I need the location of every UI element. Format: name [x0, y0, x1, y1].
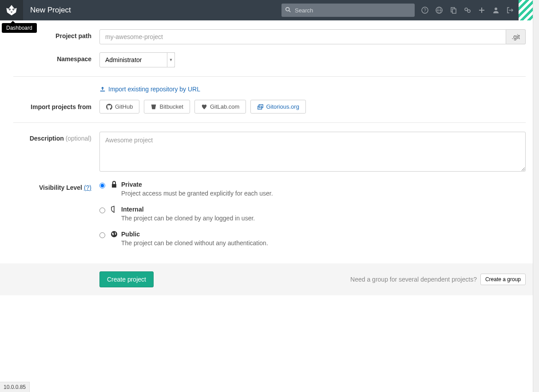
shield-icon — [111, 206, 118, 213]
visibility-help-link[interactable]: (?) — [84, 184, 91, 191]
divider — [13, 122, 526, 123]
svg-text:?: ? — [424, 8, 426, 13]
content-area: Project path .git Namespace Administrato… — [0, 20, 539, 304]
namespace-label: Namespace — [13, 52, 99, 63]
search-input[interactable] — [281, 4, 415, 17]
import-gitlab-button[interactable]: GitLab.com — [194, 100, 246, 114]
visibility-internal[interactable]: Internal The project can be cloned by an… — [99, 206, 526, 222]
svg-point-3 — [13, 9, 14, 10]
scrollbar[interactable] — [533, 0, 539, 304]
tanuki-icon — [5, 4, 18, 17]
app-logo[interactable] — [0, 0, 23, 20]
svg-point-2 — [9, 9, 10, 10]
signout-icon[interactable] — [503, 0, 517, 20]
svg-rect-12 — [452, 9, 456, 13]
svg-point-14 — [468, 10, 470, 12]
topbar: New Project ? — [0, 0, 539, 20]
upload-icon — [99, 86, 106, 92]
search-icon — [285, 7, 291, 13]
import-buttons: GitHub Bitbucket GitLab.com Gitorious.or… — [99, 100, 526, 114]
import-github-button[interactable]: GitHub — [99, 100, 139, 114]
svg-point-23 — [111, 231, 117, 237]
user-icon[interactable] — [489, 0, 503, 20]
project-path-group: .git — [99, 29, 526, 44]
group-help-text: Need a group for several dependent proje… — [350, 276, 477, 283]
search-box — [281, 4, 415, 17]
svg-point-4 — [286, 8, 289, 11]
help-icon[interactable]: ? — [418, 0, 432, 20]
svg-rect-19 — [100, 91, 105, 92]
visibility-public[interactable]: Public The project can be cloned without… — [99, 231, 526, 247]
namespace-select[interactable]: Administrator — [99, 52, 175, 67]
svg-line-5 — [289, 11, 291, 12]
import-gitorious-button[interactable]: Gitorious.org — [250, 100, 305, 114]
globe-icon[interactable] — [432, 0, 446, 20]
import-label: Import projects from — [13, 103, 99, 114]
heart-icon — [201, 104, 207, 110]
topbar-icons: ? — [418, 0, 517, 20]
visibility-label: Visibility Level (?) — [13, 181, 99, 191]
description-label: Description (optional) — [13, 132, 99, 142]
import-row: Import projects from Import existing rep… — [13, 86, 526, 114]
visibility-private[interactable]: Private Project access must be granted e… — [99, 181, 526, 197]
create-group-button[interactable]: Create a group — [480, 274, 526, 285]
gitorious-icon — [257, 104, 263, 110]
import-bitbucket-button[interactable]: Bitbucket — [144, 100, 190, 114]
svg-rect-22 — [112, 184, 116, 188]
settings-icon[interactable] — [461, 0, 474, 20]
visibility-public-radio[interactable] — [99, 232, 105, 238]
divider — [13, 76, 526, 77]
visibility-private-radio[interactable] — [99, 183, 105, 188]
project-path-input[interactable] — [99, 29, 506, 44]
visibility-row: Visibility Level (?) Private Project acc… — [13, 181, 526, 255]
plus-icon[interactable] — [475, 0, 488, 20]
copy-icon[interactable] — [447, 0, 460, 20]
lock-icon — [111, 181, 118, 188]
svg-point-17 — [495, 8, 497, 10]
description-textarea[interactable] — [99, 132, 526, 172]
dashboard-tooltip: Dashboard — [2, 23, 37, 33]
import-url-link[interactable]: Import existing repository by URL — [99, 86, 200, 93]
bitbucket-icon — [151, 104, 157, 110]
globe-icon — [111, 231, 118, 238]
svg-point-13 — [465, 8, 468, 11]
description-row: Description (optional) — [13, 132, 526, 173]
github-icon — [106, 104, 112, 110]
namespace-row: Namespace Administrator ▼ — [13, 52, 526, 67]
visibility-internal-radio[interactable] — [99, 208, 105, 213]
project-path-row: Project path .git — [13, 29, 526, 44]
git-suffix: .git — [506, 29, 526, 44]
footer-bar: Create project Need a group for several … — [0, 263, 539, 295]
create-project-button[interactable]: Create project — [99, 271, 154, 287]
page-title: New Project — [30, 6, 71, 15]
